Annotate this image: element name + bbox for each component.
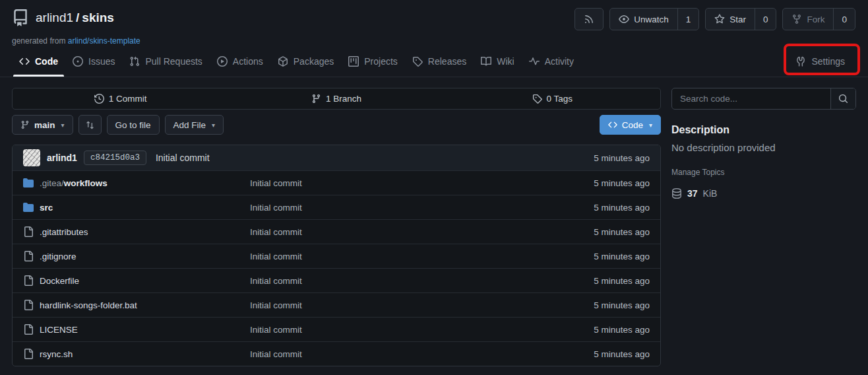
file-table: arlind1 c84215d0a3 Initial commit 5 minu… bbox=[12, 145, 661, 366]
rss-button[interactable] bbox=[575, 9, 603, 30]
file-commit-time: 5 minutes ago bbox=[528, 203, 660, 213]
tab-wiki[interactable]: Wiki bbox=[474, 46, 521, 77]
commits-stat-label: 1 Commit bbox=[109, 94, 147, 104]
search-icon bbox=[838, 94, 848, 104]
commit-message-link[interactable]: Initial commit bbox=[156, 153, 210, 163]
file-name-link[interactable]: .gitattributes bbox=[40, 227, 88, 237]
star-group: Star 0 bbox=[705, 8, 776, 30]
file-commit-message[interactable]: Initial commit bbox=[250, 203, 528, 213]
repo-header: arlind1/skins bbox=[12, 9, 114, 26]
tab-settings[interactable]: Settings bbox=[788, 46, 852, 77]
page-title: arlind1/skins bbox=[36, 11, 114, 25]
repo-sidebar: Description No description provided Mana… bbox=[671, 88, 856, 199]
file-name-link[interactable]: LICENSE bbox=[40, 325, 78, 335]
unwatch-button[interactable]: Unwatch bbox=[610, 9, 677, 30]
file-name-link[interactable]: .gitignore bbox=[40, 252, 77, 261]
file-name-link[interactable]: Dockerfile bbox=[40, 276, 79, 286]
book-icon bbox=[481, 56, 491, 67]
code-icon bbox=[19, 56, 30, 67]
commits-stat[interactable]: 1 Commit bbox=[13, 88, 228, 109]
tab-pull-requests[interactable]: Pull Requests bbox=[122, 46, 209, 77]
file-name-link[interactable]: rsync.sh bbox=[40, 349, 73, 359]
file-commit-message[interactable]: Initial commit bbox=[250, 276, 528, 286]
tab-packages[interactable]: Packages bbox=[270, 46, 341, 77]
tab-activity[interactable]: Activity bbox=[522, 46, 581, 77]
owner-link[interactable]: arlind1 bbox=[36, 11, 73, 24]
go-to-file-button[interactable]: Go to file bbox=[107, 115, 160, 135]
commit-hash-link[interactable]: c84215d0a3 bbox=[84, 151, 146, 165]
file-name[interactable]: LICENSE bbox=[40, 325, 78, 335]
add-file-label: Add File bbox=[173, 120, 206, 130]
file-row: Dockerfile Initial commit 5 minutes ago bbox=[13, 268, 660, 292]
star-count[interactable]: 0 bbox=[755, 9, 776, 30]
compare-icon bbox=[85, 120, 95, 130]
file-commit-time: 5 minutes ago bbox=[528, 349, 660, 359]
file-commit-time: 5 minutes ago bbox=[528, 325, 660, 335]
code-button-label: Code bbox=[622, 120, 643, 130]
repo-nav: Code Issues Pull Requests Actions Packag… bbox=[0, 46, 868, 77]
file-commit-message[interactable]: Initial commit bbox=[250, 178, 528, 188]
file-commit-message[interactable]: Initial commit bbox=[250, 300, 528, 310]
folder-icon bbox=[23, 178, 34, 188]
add-file-button[interactable]: Add File ▾ bbox=[165, 115, 224, 135]
branches-stat[interactable]: 1 Branch bbox=[228, 88, 444, 109]
rss-icon bbox=[584, 14, 594, 24]
repo-link[interactable]: skins bbox=[82, 11, 114, 24]
compare-button[interactable] bbox=[78, 115, 102, 135]
database-icon bbox=[671, 188, 682, 199]
file-commit-message[interactable]: Initial commit bbox=[250, 227, 528, 237]
search-button[interactable] bbox=[830, 88, 855, 109]
repo-icon bbox=[12, 9, 29, 26]
watch-count[interactable]: 1 bbox=[677, 9, 699, 30]
tab-code[interactable]: Code bbox=[12, 46, 65, 77]
latest-commit-row: arlind1 c84215d0a3 Initial commit 5 minu… bbox=[13, 145, 660, 170]
repo-stats-bar: 1 Commit 1 Branch 0 Tags bbox=[12, 88, 661, 110]
tab-label: Actions bbox=[233, 56, 263, 67]
file-name[interactable]: hardlink-songs-folder.bat bbox=[40, 300, 137, 310]
file-commit-message[interactable]: Initial commit bbox=[250, 325, 528, 335]
file-commit-time: 5 minutes ago bbox=[528, 276, 660, 286]
tab-actions[interactable]: Actions bbox=[210, 46, 270, 77]
file-name[interactable]: .gitattributes bbox=[40, 227, 88, 237]
file-commit-time: 5 minutes ago bbox=[528, 178, 660, 188]
branch-selector[interactable]: main ▾ bbox=[12, 115, 73, 135]
manage-topics-link[interactable]: Manage Topics bbox=[671, 168, 725, 177]
file-name[interactable]: workflows bbox=[64, 178, 108, 188]
file-row: hardlink-songs-folder.bat Initial commit… bbox=[13, 292, 660, 317]
file-commit-message[interactable]: Initial commit bbox=[250, 252, 528, 261]
branches-stat-label: 1 Branch bbox=[326, 94, 361, 104]
file-name-link[interactable]: src bbox=[40, 203, 53, 213]
file-icon bbox=[23, 300, 34, 310]
tab-issues[interactable]: Issues bbox=[65, 46, 122, 77]
fork-button[interactable]: Fork bbox=[783, 9, 833, 30]
tags-stat[interactable]: 0 Tags bbox=[445, 88, 660, 109]
tab-projects[interactable]: Projects bbox=[341, 46, 405, 77]
file-commit-message[interactable]: Initial commit bbox=[250, 349, 528, 359]
generated-from: generated from arlind/skins-template bbox=[12, 36, 140, 46]
file-name[interactable]: Dockerfile bbox=[40, 276, 79, 286]
gitea-repo-page: arlind1/skins generated from arlind/skin… bbox=[0, 0, 868, 375]
generated-from-label: generated from bbox=[12, 36, 65, 46]
file-name[interactable]: .gitignore bbox=[40, 252, 77, 261]
fork-count[interactable]: 0 bbox=[833, 9, 855, 30]
file-name-link[interactable]: .gitea/workflows bbox=[40, 178, 108, 188]
file-name-link[interactable]: hardlink-songs-folder.bat bbox=[40, 300, 137, 310]
branch-icon bbox=[20, 120, 30, 129]
file-row: LICENSE Initial commit 5 minutes ago bbox=[13, 317, 660, 341]
avatar[interactable] bbox=[23, 149, 40, 166]
tab-label: Projects bbox=[364, 56, 398, 67]
file-icon bbox=[23, 251, 34, 261]
repo-size: 37 KiB bbox=[671, 188, 856, 199]
file-name[interactable]: rsync.sh bbox=[40, 349, 73, 359]
search-input[interactable] bbox=[672, 88, 830, 109]
path-prefix[interactable]: .gitea/ bbox=[40, 178, 64, 188]
commit-author-link[interactable]: arlind1 bbox=[47, 153, 77, 163]
actions-icon bbox=[217, 56, 228, 67]
star-button[interactable]: Star bbox=[706, 9, 755, 30]
tab-releases[interactable]: Releases bbox=[405, 46, 474, 77]
code-download-button[interactable]: Code ▾ bbox=[600, 115, 661, 135]
repo-actions: Unwatch 1 Star 0 Fork 0 bbox=[574, 8, 855, 30]
file-name[interactable]: src bbox=[40, 203, 53, 213]
template-link[interactable]: arlind/skins-template bbox=[68, 36, 140, 46]
chevron-down-icon: ▾ bbox=[649, 121, 652, 129]
